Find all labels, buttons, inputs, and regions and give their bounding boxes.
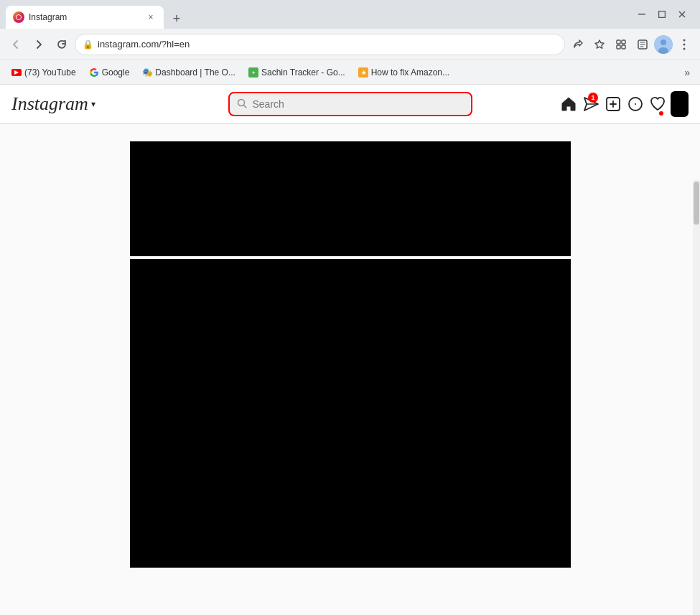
svg-rect-4 [617,40,620,44]
bookmark-google-label: Google [102,67,130,78]
new-tab-button[interactable]: + [167,9,187,29]
instagram-search-box[interactable] [228,92,472,116]
back-button[interactable] [6,34,26,55]
bookmark-amazon-label: How to fix Amazon... [371,67,449,78]
instagram-logo-text: Instagram [11,93,88,115]
content-block-2 [130,259,571,568]
bookmark-star-button[interactable] [589,34,610,55]
svg-point-13 [683,43,686,45]
bookmark-dashboard-label: Dashboard | The O... [155,67,235,78]
tab-title: Instagram [29,12,141,22]
browser-window: Instagram × + [0,0,700,615]
home-button[interactable] [559,91,577,117]
svg-point-14 [683,47,686,50]
profile-thumbnail[interactable] [671,91,689,117]
browser-scrollbar-thumb[interactable] [694,182,699,225]
address-bar: 🔒 instagram.com/?hl=en [0,29,700,60]
svg-text:★: ★ [360,70,366,76]
bookmark-sachin[interactable]: + Sachin Tracker - Go... [243,65,351,80]
tab-search-button[interactable] [633,34,653,55]
content-block-1 [130,141,571,256]
tab-strip: Instagram × + [6,0,627,29]
svg-point-10 [661,39,666,45]
explore-button[interactable] [626,91,644,117]
svg-point-27 [635,103,636,105]
tab-close-button[interactable]: × [145,11,157,23]
instagram-content[interactable] [0,124,700,615]
yt-icon [11,69,22,76]
profile-button[interactable] [654,35,673,54]
dashboard-favicon: 🎭 [142,67,152,78]
instagram-logo[interactable]: Instagram ▾ [11,93,141,115]
address-actions [568,34,694,55]
youtube-favicon [11,67,22,78]
url-text: instagram.com/?hl=en [98,39,557,50]
window-minimize-button[interactable] [633,5,651,24]
svg-text:+: + [252,70,256,76]
share-button[interactable] [568,34,588,55]
svg-rect-1 [659,11,666,18]
bookmark-sachin-label: Sachin Tracker - Go... [261,67,345,78]
instagram-page: Instagram ▾ 1 [0,85,700,615]
activity-notification-dot [659,111,663,116]
amazon-favicon: ★ [358,67,368,78]
instagram-nav: 1 [559,91,689,117]
bookmark-youtube[interactable]: (73) YouTube [6,65,82,80]
reload-button[interactable] [52,34,72,55]
url-bar[interactable]: 🔒 instagram.com/?hl=en [75,34,565,55]
lock-icon: 🔒 [83,39,93,50]
activity-button[interactable] [648,91,666,117]
instagram-logo-chevron: ▾ [91,99,95,110]
instagram-search-wrapper [141,92,559,116]
instagram-feed [130,141,571,598]
active-tab[interactable]: Instagram × [6,6,164,29]
bookmark-dashboard[interactable]: 🎭 Dashboard | The O... [136,65,241,80]
new-post-button[interactable] [604,91,622,117]
sachin-favicon: + [248,67,258,78]
browser-scrollbar[interactable] [693,180,700,615]
browser-menu-button[interactable] [674,34,694,55]
svg-point-12 [683,39,686,41]
bookmark-google[interactable]: Google [83,65,136,80]
extensions-button[interactable] [611,34,631,55]
svg-line-20 [243,105,246,108]
title-bar: Instagram × + [0,0,700,29]
instagram-header: Instagram ▾ 1 [0,85,700,124]
window-maximize-button[interactable] [653,5,671,24]
bookmark-youtube-label: (73) YouTube [24,67,76,78]
direct-button[interactable]: 1 [582,91,599,117]
svg-rect-7 [622,45,625,49]
svg-rect-5 [622,40,625,44]
tab-favicon [13,11,24,23]
profile-avatar [654,35,673,54]
bookmarks-bar: (73) YouTube Google 🎭 Dashboard | The O.… [0,60,700,85]
window-close-button[interactable] [673,5,691,24]
tab-favicon-inner [16,14,22,20]
bookmarks-more-button[interactable]: » [680,65,694,80]
search-input[interactable] [253,98,464,110]
svg-rect-0 [638,14,645,15]
svg-rect-6 [617,45,620,49]
google-favicon [89,67,99,78]
direct-badge: 1 [588,93,598,103]
yt-play-icon [14,70,19,75]
bookmark-amazon[interactable]: ★ How to fix Amazon... [353,65,455,80]
search-icon [237,98,247,111]
window-controls [630,5,694,24]
forward-button[interactable] [29,34,49,55]
